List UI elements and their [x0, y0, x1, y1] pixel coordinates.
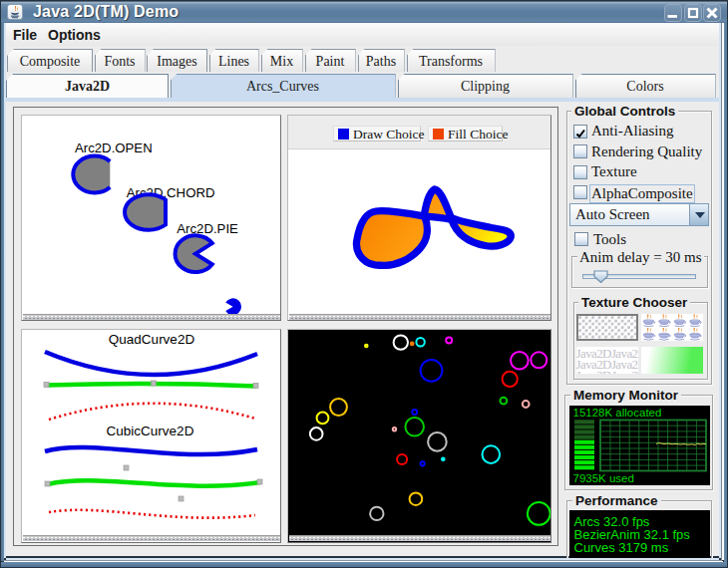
svg-text:CubicCurve2D: CubicCurve2D — [107, 424, 194, 438]
svg-text:Arc2D.PIE: Arc2D.PIE — [177, 221, 238, 236]
svg-text:Arc2D.OPEN: Arc2D.OPEN — [75, 141, 153, 155]
svg-text:QuadCurve2D: QuadCurve2D — [109, 332, 195, 347]
